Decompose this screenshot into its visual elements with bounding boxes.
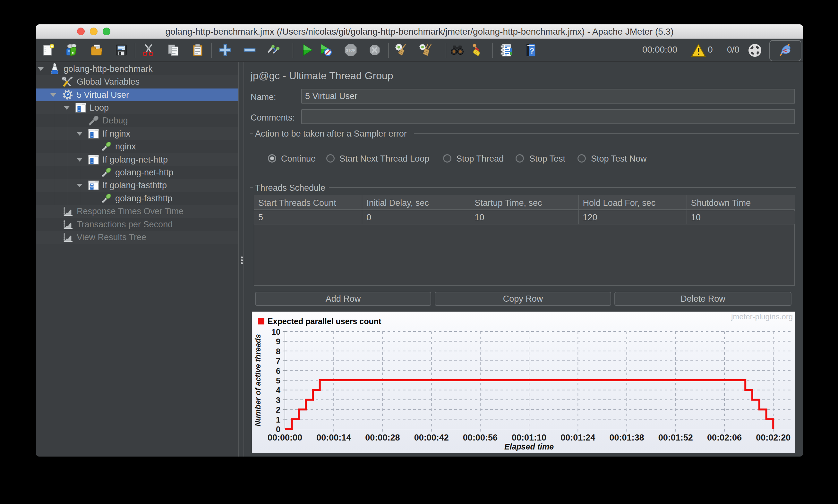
svg-text:00:02:20: 00:02:20 <box>756 433 790 443</box>
svg-text:3: 3 <box>276 396 280 404</box>
svg-text:?: ? <box>530 47 535 55</box>
svg-text:8: 8 <box>276 347 280 356</box>
svg-text:00:00:28: 00:00:28 <box>365 433 400 443</box>
svg-text:9: 9 <box>276 337 280 346</box>
svg-text:00:01:24: 00:01:24 <box>560 433 595 443</box>
svg-text:Expected parallel users count: Expected parallel users count <box>267 317 382 326</box>
svg-text:0: 0 <box>276 425 280 434</box>
svg-text:Elapsed time: Elapsed time <box>504 442 554 451</box>
svg-text:00:02:06: 00:02:06 <box>707 433 742 443</box>
svg-text:5: 5 <box>276 376 280 385</box>
svg-text:STOP: STOP <box>346 49 355 52</box>
svg-text:Number of active threads: Number of active threads <box>254 334 262 427</box>
svg-text:00:01:10: 00:01:10 <box>512 433 546 443</box>
svg-text:00:00:56: 00:00:56 <box>463 433 497 443</box>
svg-text:00:00:42: 00:00:42 <box>414 433 449 443</box>
svg-text:00:01:38: 00:01:38 <box>609 433 644 443</box>
svg-text:00:01:52: 00:01:52 <box>658 433 693 443</box>
svg-text:1: 1 <box>276 415 280 424</box>
svg-text:4: 4 <box>276 386 280 395</box>
svg-text:10: 10 <box>272 327 280 336</box>
svg-text:00:00:14: 00:00:14 <box>316 433 351 443</box>
svg-text:7: 7 <box>276 357 280 365</box>
svg-text:00:00:00: 00:00:00 <box>267 433 302 443</box>
svg-text:2: 2 <box>276 405 280 414</box>
svg-text:jmeter-plugins.org: jmeter-plugins.org <box>731 312 793 321</box>
svg-text:6: 6 <box>276 366 280 375</box>
